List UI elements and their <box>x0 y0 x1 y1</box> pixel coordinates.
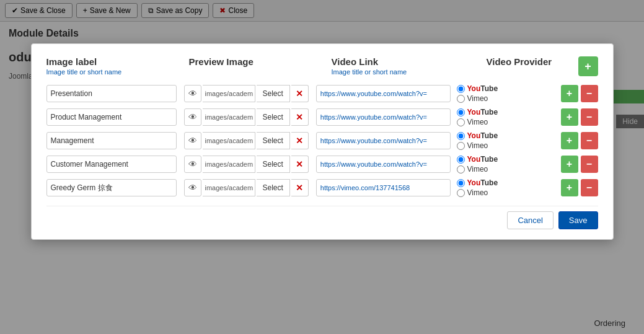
clear-button-1[interactable]: ✕ <box>291 108 309 126</box>
col-preview-header: Preview Image <box>189 56 332 68</box>
row-actions-2: + − <box>561 132 598 149</box>
data-rows: 👁 images/academ Select ✕ YouTube <box>46 84 598 197</box>
youtube-label-0: YouTube <box>467 84 498 93</box>
youtube-radio-2[interactable]: YouTube <box>457 131 498 140</box>
preview-section-4: 👁 images/academ Select ✕ <box>184 179 309 196</box>
youtube-label-4: YouTube <box>467 178 498 187</box>
table-row: 👁 images/academ Select ✕ YouTube <box>46 131 598 150</box>
video-url-input-1[interactable] <box>316 108 451 126</box>
modal-overlay: Image label Image title or short name Pr… <box>0 0 644 334</box>
remove-row-btn-4[interactable]: − <box>581 179 598 196</box>
clear-button-3[interactable]: ✕ <box>291 156 309 173</box>
eye-icon: 👁 <box>188 183 197 193</box>
vimeo-radio-3[interactable]: Vimeo <box>457 165 498 174</box>
video-url-input-4[interactable] <box>316 179 451 196</box>
youtube-label-1: YouTube <box>467 108 498 116</box>
label-input-0[interactable] <box>46 85 177 102</box>
video-url-input-2[interactable] <box>316 132 451 149</box>
image-path-0: images/academ <box>203 85 255 102</box>
modal-footer: Cancel Save <box>46 206 598 229</box>
vimeo-radio-0[interactable]: Vimeo <box>457 94 498 103</box>
modal-dialog: Image label Image title or short name Pr… <box>31 43 614 240</box>
add-row-button[interactable]: + <box>578 56 598 76</box>
remove-row-btn-1[interactable]: − <box>581 108 598 126</box>
save-button[interactable]: Save <box>558 211 598 229</box>
table-row: 👁 images/academ Select ✕ YouTube <box>46 108 598 126</box>
clear-button-2[interactable]: ✕ <box>291 132 309 149</box>
provider-section-1: YouTube Vimeo <box>457 108 556 126</box>
youtube-radio-0[interactable]: YouTube <box>457 84 498 93</box>
preview-eye-button-4[interactable]: 👁 <box>184 179 201 196</box>
provider-section-0: YouTube Vimeo <box>457 84 556 103</box>
preview-section-3: 👁 images/academ Select ✕ <box>184 156 309 173</box>
add-row-btn-3[interactable]: + <box>561 156 578 173</box>
image-path-4: images/academ <box>203 179 255 196</box>
eye-icon: 👁 <box>188 112 197 122</box>
cancel-button[interactable]: Cancel <box>507 211 553 229</box>
preview-eye-button-0[interactable]: 👁 <box>184 85 201 102</box>
row-actions-3: + − <box>561 156 598 173</box>
vimeo-radio-4[interactable]: Vimeo <box>457 188 498 197</box>
table-row: 👁 images/academ Select ✕ YouTube <box>46 84 598 103</box>
label-input-3[interactable] <box>46 156 177 173</box>
remove-row-btn-3[interactable]: − <box>581 156 598 173</box>
image-path-2: images/academ <box>203 132 255 149</box>
preview-eye-button-1[interactable]: 👁 <box>184 108 201 126</box>
preview-eye-button-2[interactable]: 👁 <box>184 132 201 149</box>
youtube-label-2: YouTube <box>467 131 498 140</box>
vimeo-label-3: Vimeo <box>467 165 488 174</box>
add-row-btn-4[interactable]: + <box>561 179 578 196</box>
select-button-3[interactable]: Select <box>257 156 290 173</box>
clear-button-0[interactable]: ✕ <box>291 85 309 102</box>
vimeo-radio-2[interactable]: Vimeo <box>457 141 498 150</box>
select-button-0[interactable]: Select <box>257 85 290 102</box>
preview-eye-button-3[interactable]: 👁 <box>184 156 201 173</box>
vimeo-label-4: Vimeo <box>467 188 488 197</box>
image-path-1: images/academ <box>203 108 255 126</box>
provider-section-3: YouTube Vimeo <box>457 155 556 174</box>
add-row-btn-0[interactable]: + <box>561 85 578 102</box>
image-label-sub: Image title or short name <box>46 68 189 76</box>
modal-header: Image label Image title or short name Pr… <box>46 56 598 76</box>
label-input-4[interactable] <box>46 179 177 196</box>
row-actions-0: + − <box>561 85 598 102</box>
clear-icon-1: ✕ <box>296 112 303 122</box>
video-link-sub: Image title or short name <box>332 68 487 76</box>
add-row-btn-1[interactable]: + <box>561 108 578 126</box>
provider-section-2: YouTube Vimeo <box>457 131 556 150</box>
label-input-2[interactable] <box>46 132 177 149</box>
remove-row-btn-2[interactable]: − <box>581 132 598 149</box>
add-row-btn-2[interactable]: + <box>561 132 578 149</box>
radio-group-1: YouTube Vimeo <box>457 108 498 126</box>
image-label-title: Image label <box>46 56 189 67</box>
preview-section-2: 👁 images/academ Select ✕ <box>184 132 309 149</box>
col-video-header: Video Link Image title or short name <box>332 56 487 76</box>
clear-icon-4: ✕ <box>296 183 303 193</box>
eye-icon: 👁 <box>188 89 197 99</box>
video-provider-title: Video Provider <box>487 56 552 67</box>
remove-row-btn-0[interactable]: − <box>581 85 598 102</box>
vimeo-label-0: Vimeo <box>467 94 488 103</box>
clear-icon-3: ✕ <box>296 159 303 169</box>
image-path-3: images/academ <box>203 156 255 173</box>
clear-button-4[interactable]: ✕ <box>291 179 309 196</box>
select-button-4[interactable]: Select <box>257 179 290 196</box>
select-button-1[interactable]: Select <box>257 108 290 126</box>
video-url-input-3[interactable] <box>316 156 451 173</box>
youtube-label-3: YouTube <box>467 155 498 164</box>
table-row: 👁 images/academ Select ✕ YouTube <box>46 155 598 174</box>
row-actions-1: + − <box>561 108 598 126</box>
select-button-2[interactable]: Select <box>257 132 290 149</box>
youtube-radio-4[interactable]: YouTube <box>457 178 498 187</box>
youtube-radio-3[interactable]: YouTube <box>457 155 498 164</box>
row-actions-4: + − <box>561 179 598 196</box>
vimeo-radio-1[interactable]: Vimeo <box>457 118 498 126</box>
provider-section-4: YouTube Vimeo <box>457 178 556 197</box>
eye-icon: 👁 <box>188 159 197 169</box>
youtube-radio-1[interactable]: YouTube <box>457 108 498 116</box>
radio-group-2: YouTube Vimeo <box>457 131 498 150</box>
label-input-1[interactable] <box>46 108 177 126</box>
video-url-input-0[interactable] <box>316 85 451 102</box>
video-link-title: Video Link <box>332 56 487 67</box>
preview-section-0: 👁 images/academ Select ✕ <box>184 85 309 102</box>
